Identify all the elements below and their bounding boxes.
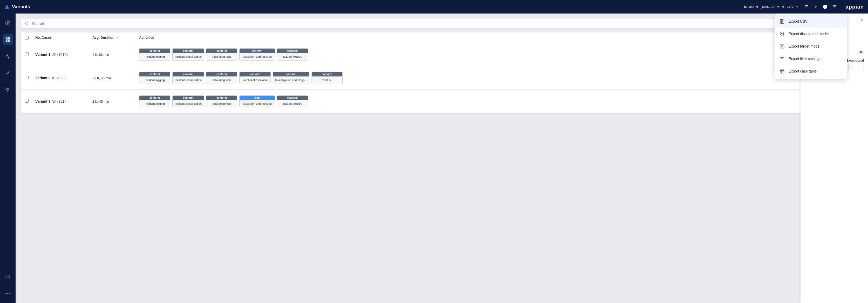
variants-table: No. Cases Avg. Duration Activities Varia…	[21, 32, 863, 113]
svg-rect-7	[833, 5, 836, 6]
activity-cell[interactable]: conform Incident logging	[139, 95, 170, 107]
activity-cell[interactable]: conform Incident classification	[173, 72, 204, 84]
dropdown-item-label: Export case table	[788, 69, 816, 73]
activities-cell: conform Incident logging conform Inciden…	[139, 68, 859, 87]
activity-cell[interactable]: conform Incident logging	[139, 72, 170, 84]
table-header: No. Cases Avg. Duration Activities	[21, 32, 863, 43]
no-cases-header: No. Cases	[35, 36, 92, 39]
select-all-checkbox[interactable]	[25, 36, 29, 39]
download-icon[interactable]	[813, 4, 818, 9]
eye-icon[interactable]	[52, 53, 56, 56]
activity-badge: conform	[240, 49, 275, 53]
eye-icon[interactable]	[52, 100, 56, 103]
activity-cell[interactable]: conform Incident logging	[139, 48, 170, 60]
sidebar-item-reports[interactable]	[3, 272, 13, 282]
file-selector[interactable]: INCIDENT_MANAGEMENT.CSV	[744, 5, 799, 9]
activity-cell[interactable]: conform Incident classification	[173, 95, 204, 107]
dropdown-item-label: Export CSV	[788, 19, 808, 23]
activity-name: Investigation and diagn...	[273, 76, 309, 83]
duration: 4 h, 56 min	[92, 52, 139, 57]
svg-line-25	[6, 88, 6, 88]
app-logo[interactable]: Variants	[4, 4, 30, 9]
row-checkbox[interactable]	[25, 99, 29, 103]
svg-line-39	[28, 24, 29, 25]
activities-row: conform Incident logging conform Inciden…	[139, 92, 859, 110]
dropdown-item-label: Export discovered model	[788, 32, 829, 36]
activity-name: Initial diagnosis	[206, 53, 237, 60]
activity-cell[interactable]: conform Initial diagnosis	[206, 48, 237, 60]
filter-small-icon	[779, 56, 785, 62]
svg-rect-56	[780, 70, 784, 73]
sidebar-item-discover[interactable]	[3, 18, 13, 28]
sidebar-item-statistics[interactable]	[3, 51, 13, 61]
svg-rect-4	[806, 8, 807, 8]
activity-cell[interactable]: conform Incident closure	[277, 48, 308, 60]
avg-duration-header[interactable]: Avg. Duration	[92, 36, 139, 39]
sidebar-item-insights[interactable]	[3, 84, 13, 94]
document-icon	[779, 19, 785, 24]
svg-point-36	[7, 293, 8, 294]
activity-badge: conform	[173, 49, 204, 53]
svg-point-11	[7, 22, 8, 24]
svg-rect-17	[6, 39, 7, 40]
activity-name: Incident classification	[173, 76, 204, 83]
main-content: No. Cases Avg. Duration Activities Varia…	[16, 13, 868, 303]
activity-cell[interactable]: skip Resolution and recovery	[239, 95, 275, 107]
svg-rect-16	[6, 38, 7, 38]
svg-line-26	[9, 91, 9, 91]
activities-row: conform Incident logging conform Inciden…	[139, 68, 859, 87]
svg-line-29	[6, 91, 6, 91]
svg-point-50	[781, 33, 783, 34]
svg-rect-8	[833, 6, 836, 7]
table-row: Variant 1 (1010) 4 h, 56 min conform Inc…	[21, 43, 863, 66]
activities-header: Activities	[139, 36, 859, 39]
row-checkbox[interactable]	[25, 52, 29, 56]
svg-point-35	[6, 293, 7, 294]
svg-point-41	[54, 78, 55, 79]
dropdown-item-label: Export filter settings	[788, 57, 820, 61]
activity-badge: conform	[206, 49, 237, 53]
dropdown-item-label: Export target model	[788, 44, 820, 48]
activity-cell[interactable]: conform Initial diagnosis	[206, 95, 237, 107]
dropdown-item-export-csv[interactable]: Export CSV	[775, 15, 847, 28]
activity-cell[interactable]: conform Investigation and diagn...	[273, 72, 309, 84]
exceptional-label: Exceptional	[846, 59, 864, 62]
activity-badge: conform	[273, 72, 309, 76]
table-body: Variant 1 (1010) 4 h, 56 min conform Inc…	[21, 43, 863, 113]
activity-badge: conform	[206, 95, 237, 100]
chevron-down-icon	[795, 5, 799, 8]
activity-cell[interactable]: conform Incident classification	[173, 48, 204, 60]
dropdown-item-export-case-table[interactable]: Export case table	[775, 65, 847, 78]
filter-icon[interactable]	[804, 4, 809, 9]
appian-logo: appian	[846, 4, 864, 10]
activity-name: Functional escalation	[240, 76, 271, 83]
dropdown-item-export-target-model[interactable]: Export target model	[775, 40, 847, 53]
activity-cell[interactable]: conform Resolution and recovery	[239, 48, 275, 60]
file-name: INCIDENT_MANAGEMENT.CSV	[744, 5, 794, 9]
dropdown-item-export-filter-settings[interactable]: Export filter settings	[775, 53, 847, 65]
dropdown-item-export-discovered-model[interactable]: Export discovered model	[775, 28, 847, 40]
activity-cell[interactable]: conform Initial diagnosis	[206, 72, 237, 84]
menu-icon[interactable]	[832, 4, 837, 9]
variant-name: Variant 1 (1010)	[35, 53, 92, 57]
sidebar-item-variants[interactable]	[3, 34, 13, 45]
sidebar-item-more[interactable]	[3, 288, 13, 299]
help-icon[interactable]: ?	[823, 4, 828, 9]
chevron-right-icon[interactable]	[860, 18, 864, 22]
variant-groups-count: 8	[858, 50, 864, 55]
eye-icon[interactable]	[52, 76, 56, 80]
search-input[interactable]	[32, 21, 84, 26]
sidebar-item-conformance[interactable]	[3, 67, 13, 78]
activity-cell[interactable]: conform Functional escalation	[239, 72, 271, 84]
duration: 2 h, 45 min	[92, 99, 139, 104]
activity-cell[interactable]: conform Incident closure	[277, 95, 308, 107]
activity-badge: conform	[140, 95, 170, 100]
activity-name: Incident classification	[173, 100, 204, 107]
activities-cell: conform Incident logging conform Inciden…	[139, 92, 859, 110]
activity-cell[interactable]: conform Resoluti...	[311, 72, 343, 84]
svg-rect-3	[805, 6, 808, 7]
row-checkbox[interactable]	[25, 76, 29, 79]
svg-point-42	[54, 101, 55, 102]
max-input[interactable]	[848, 64, 864, 70]
table-icon	[779, 68, 785, 74]
